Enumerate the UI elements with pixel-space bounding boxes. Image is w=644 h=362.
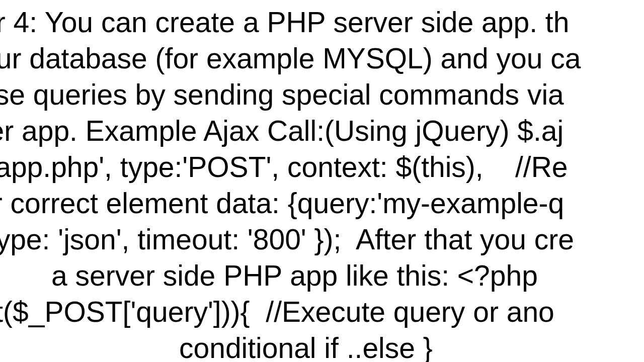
text-line: ase queries by sending special commands … [0, 76, 572, 113]
text-line: our database (for example MYSQL) and you… [0, 40, 581, 76]
text-line: Type: 'json', timeout: '800' }); After t… [0, 221, 574, 257]
text-line: set($_POST['query'])){ //Execute query o… [0, 294, 554, 330]
text-line: er 4: You can create a PHP server side a… [0, 4, 569, 40]
answer-text-block: er 4: You can create a PHP server side a… [0, 0, 32, 362]
text-line: conditional if ..else } [179, 330, 433, 362]
text-line: ur correct element data: {query:'my-exam… [0, 185, 564, 221]
document-viewport: er 4: You can create a PHP server side a… [0, 0, 644, 362]
text-line: nyapp.php', type:'POST', context: $(this… [0, 149, 568, 185]
text-line: ver app. Example Ajax Call:(Using jQuery… [0, 113, 564, 149]
text-line: a server side PHP app like this: <?php [51, 257, 538, 294]
